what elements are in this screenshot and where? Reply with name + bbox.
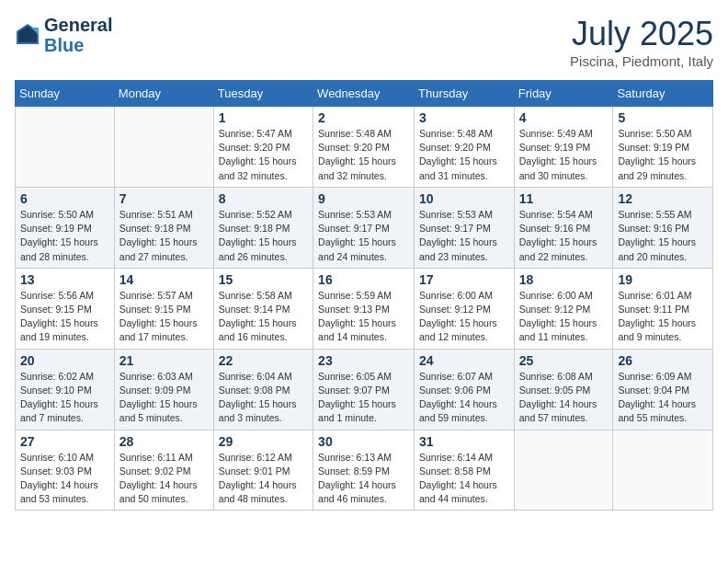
- calendar-cell: 14Sunrise: 5:57 AM Sunset: 9:15 PM Dayli…: [114, 268, 213, 349]
- calendar-cell: 24Sunrise: 6:07 AM Sunset: 9:06 PM Dayli…: [415, 349, 515, 430]
- weekday-header: Thursday: [415, 81, 515, 107]
- day-info: Sunrise: 5:53 AM Sunset: 9:17 PM Dayligh…: [318, 208, 409, 264]
- day-number: 10: [419, 191, 509, 206]
- month-title: July 2025: [570, 15, 713, 53]
- calendar-week-row: 13Sunrise: 5:56 AM Sunset: 9:15 PM Dayli…: [16, 268, 713, 349]
- calendar-cell: 13Sunrise: 5:56 AM Sunset: 9:15 PM Dayli…: [16, 268, 115, 349]
- calendar-cell: 23Sunrise: 6:05 AM Sunset: 9:07 PM Dayli…: [313, 349, 415, 430]
- calendar-cell: 17Sunrise: 6:00 AM Sunset: 9:12 PM Dayli…: [415, 268, 515, 349]
- calendar-cell: 11Sunrise: 5:54 AM Sunset: 9:16 PM Dayli…: [514, 187, 613, 268]
- calendar-week-row: 27Sunrise: 6:10 AM Sunset: 9:03 PM Dayli…: [16, 430, 713, 511]
- weekday-header: Friday: [514, 81, 613, 107]
- day-number: 8: [219, 191, 308, 206]
- weekday-header-row: SundayMondayTuesdayWednesdayThursdayFrid…: [16, 81, 713, 107]
- day-info: Sunrise: 5:51 AM Sunset: 9:18 PM Dayligh…: [119, 208, 209, 264]
- day-info: Sunrise: 5:48 AM Sunset: 9:20 PM Dayligh…: [318, 127, 409, 183]
- calendar-cell: 9Sunrise: 5:53 AM Sunset: 9:17 PM Daylig…: [313, 187, 415, 268]
- day-info: Sunrise: 6:14 AM Sunset: 8:58 PM Dayligh…: [419, 451, 509, 507]
- calendar-cell: 27Sunrise: 6:10 AM Sunset: 9:03 PM Dayli…: [16, 430, 115, 511]
- day-info: Sunrise: 6:08 AM Sunset: 9:05 PM Dayligh…: [519, 370, 609, 426]
- day-number: 6: [20, 191, 109, 206]
- day-info: Sunrise: 5:48 AM Sunset: 9:20 PM Dayligh…: [419, 127, 509, 183]
- day-info: Sunrise: 6:13 AM Sunset: 8:59 PM Dayligh…: [318, 451, 409, 507]
- calendar-cell: 6Sunrise: 5:50 AM Sunset: 9:19 PM Daylig…: [16, 187, 115, 268]
- calendar-cell: 12Sunrise: 5:55 AM Sunset: 9:16 PM Dayli…: [613, 187, 713, 268]
- logo-icon: [15, 22, 40, 48]
- calendar-week-row: 20Sunrise: 6:02 AM Sunset: 9:10 PM Dayli…: [16, 349, 713, 430]
- day-number: 28: [119, 434, 209, 449]
- day-number: 9: [318, 191, 409, 206]
- day-number: 21: [119, 353, 209, 368]
- calendar-cell: 4Sunrise: 5:49 AM Sunset: 9:19 PM Daylig…: [514, 107, 613, 188]
- calendar-cell: 25Sunrise: 6:08 AM Sunset: 9:05 PM Dayli…: [514, 349, 613, 430]
- day-number: 20: [20, 353, 109, 368]
- day-number: 14: [119, 272, 209, 287]
- calendar-cell: 19Sunrise: 6:01 AM Sunset: 9:11 PM Dayli…: [613, 268, 713, 349]
- calendar-cell: [613, 430, 713, 511]
- weekday-header: Saturday: [613, 81, 713, 107]
- day-info: Sunrise: 6:07 AM Sunset: 9:06 PM Dayligh…: [419, 370, 509, 426]
- calendar-cell: 16Sunrise: 5:59 AM Sunset: 9:13 PM Dayli…: [313, 268, 415, 349]
- weekday-header: Monday: [114, 81, 213, 107]
- calendar-cell: 20Sunrise: 6:02 AM Sunset: 9:10 PM Dayli…: [16, 349, 115, 430]
- weekday-header: Wednesday: [313, 81, 415, 107]
- day-info: Sunrise: 5:55 AM Sunset: 9:16 PM Dayligh…: [618, 208, 708, 264]
- day-number: 7: [119, 191, 209, 206]
- calendar-cell: 2Sunrise: 5:48 AM Sunset: 9:20 PM Daylig…: [313, 107, 415, 188]
- day-info: Sunrise: 5:56 AM Sunset: 9:15 PM Dayligh…: [20, 289, 109, 345]
- day-number: 15: [219, 272, 308, 287]
- day-number: 23: [318, 353, 409, 368]
- day-info: Sunrise: 6:01 AM Sunset: 9:11 PM Dayligh…: [618, 289, 708, 345]
- day-info: Sunrise: 6:12 AM Sunset: 9:01 PM Dayligh…: [219, 451, 308, 507]
- calendar-table: SundayMondayTuesdayWednesdayThursdayFrid…: [15, 80, 713, 511]
- day-number: 3: [419, 110, 509, 125]
- day-info: Sunrise: 5:50 AM Sunset: 9:19 PM Dayligh…: [20, 208, 109, 264]
- day-info: Sunrise: 5:49 AM Sunset: 9:19 PM Dayligh…: [519, 127, 609, 183]
- calendar-cell: 8Sunrise: 5:52 AM Sunset: 9:18 PM Daylig…: [213, 187, 313, 268]
- day-info: Sunrise: 5:54 AM Sunset: 9:16 PM Dayligh…: [519, 208, 609, 264]
- calendar-cell: 7Sunrise: 5:51 AM Sunset: 9:18 PM Daylig…: [114, 187, 213, 268]
- weekday-header: Sunday: [16, 81, 115, 107]
- day-info: Sunrise: 5:57 AM Sunset: 9:15 PM Dayligh…: [119, 289, 209, 345]
- day-number: 16: [318, 272, 409, 287]
- day-number: 2: [318, 110, 409, 125]
- calendar-cell: 15Sunrise: 5:58 AM Sunset: 9:14 PM Dayli…: [213, 268, 313, 349]
- day-number: 27: [20, 434, 109, 449]
- calendar-cell: 26Sunrise: 6:09 AM Sunset: 9:04 PM Dayli…: [613, 349, 713, 430]
- day-number: 25: [519, 353, 609, 368]
- day-info: Sunrise: 6:05 AM Sunset: 9:07 PM Dayligh…: [318, 370, 409, 426]
- day-number: 26: [618, 353, 708, 368]
- title-block: July 2025 Piscina, Piedmont, Italy: [570, 15, 713, 69]
- calendar-cell: [114, 107, 213, 188]
- day-number: 29: [219, 434, 308, 449]
- day-number: 4: [519, 110, 609, 125]
- day-number: 11: [519, 191, 609, 206]
- day-info: Sunrise: 6:10 AM Sunset: 9:03 PM Dayligh…: [20, 451, 109, 507]
- calendar-cell: 22Sunrise: 6:04 AM Sunset: 9:08 PM Dayli…: [213, 349, 313, 430]
- day-number: 22: [219, 353, 308, 368]
- day-number: 12: [618, 191, 708, 206]
- day-number: 31: [419, 434, 509, 449]
- day-number: 1: [219, 110, 308, 125]
- day-number: 18: [519, 272, 609, 287]
- calendar-cell: [16, 107, 115, 188]
- day-info: Sunrise: 5:59 AM Sunset: 9:13 PM Dayligh…: [318, 289, 409, 345]
- calendar-cell: 1Sunrise: 5:47 AM Sunset: 9:20 PM Daylig…: [213, 107, 313, 188]
- day-info: Sunrise: 6:00 AM Sunset: 9:12 PM Dayligh…: [419, 289, 509, 345]
- calendar-cell: 31Sunrise: 6:14 AM Sunset: 8:58 PM Dayli…: [415, 430, 515, 511]
- page-header: General Blue July 2025 Piscina, Piedmont…: [15, 15, 713, 69]
- day-number: 24: [419, 353, 509, 368]
- location: Piscina, Piedmont, Italy: [570, 53, 713, 69]
- day-number: 17: [419, 272, 509, 287]
- day-number: 13: [20, 272, 109, 287]
- day-info: Sunrise: 5:50 AM Sunset: 9:19 PM Dayligh…: [618, 127, 708, 183]
- day-info: Sunrise: 5:58 AM Sunset: 9:14 PM Dayligh…: [219, 289, 308, 345]
- calendar-cell: 21Sunrise: 6:03 AM Sunset: 9:09 PM Dayli…: [114, 349, 213, 430]
- day-info: Sunrise: 5:47 AM Sunset: 9:20 PM Dayligh…: [219, 127, 308, 183]
- day-info: Sunrise: 6:11 AM Sunset: 9:02 PM Dayligh…: [119, 451, 209, 507]
- day-number: 30: [318, 434, 409, 449]
- calendar-week-row: 6Sunrise: 5:50 AM Sunset: 9:19 PM Daylig…: [16, 187, 713, 268]
- day-number: 19: [618, 272, 708, 287]
- calendar-cell: 5Sunrise: 5:50 AM Sunset: 9:19 PM Daylig…: [613, 107, 713, 188]
- day-info: Sunrise: 6:00 AM Sunset: 9:12 PM Dayligh…: [519, 289, 609, 345]
